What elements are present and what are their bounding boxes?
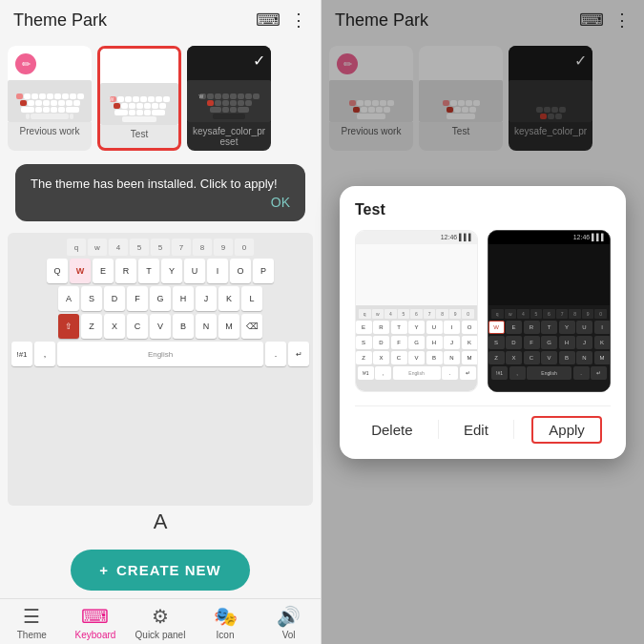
phone-status-dark: 12:46 ▌▌▌	[488, 231, 610, 244]
key-t[interactable]: T	[138, 259, 159, 283]
keyboard-icon[interactable]: ⌨	[256, 10, 280, 31]
right-panel: Theme Park ⌨ ⋮ ✏ Previous work	[322, 0, 644, 644]
phone-kb-dark: q w 4 5 6 7 8 9 0 W W	[488, 305, 610, 391]
left-header-icons: ⌨ ⋮	[256, 10, 307, 31]
nav-item-vol[interactable]: 🔊 Vol	[265, 605, 313, 640]
toast-notification: The theme has been installed. Click to a…	[15, 164, 305, 221]
key-sym[interactable]: !#1	[11, 342, 32, 366]
theme-card-previous-work[interactable]: ✏	[8, 46, 92, 151]
bottom-navigation: ☰ Theme ⌨ Keyboard ⚙ Quick panel 🎭 Icon …	[0, 598, 321, 644]
quick-panel-nav-label: Quick panel	[135, 630, 186, 640]
vol-nav-icon: 🔊	[277, 605, 301, 628]
more-icon[interactable]: ⋮	[290, 10, 307, 31]
key-enter[interactable]: ↵	[288, 342, 309, 366]
icon-nav-icon: 🎭	[214, 605, 238, 628]
key-j[interactable]: J	[196, 286, 217, 311]
nav-item-quick-panel[interactable]: ⚙ Quick panel	[135, 605, 186, 640]
key-p[interactable]: P	[253, 259, 274, 283]
dialog-box: Test 12:46 ▌▌▌ q w 4 5 6 7	[340, 186, 626, 459]
num-key: q	[67, 239, 86, 256]
key-space[interactable]: English	[57, 342, 263, 366]
bottom-row: !#1 , English . ↵	[11, 342, 309, 366]
key-backspace[interactable]: ⌫	[241, 314, 262, 339]
dialog-phone-dark: 12:46 ▌▌▌ q w 4 5 6 7 8 9 0	[488, 230, 611, 392]
phone-kb-light: q w 4 5 6 7 8 9 0 W E	[356, 305, 477, 391]
create-new-button[interactable]: + CREATE NEW	[71, 550, 250, 591]
dialog-divider-2	[513, 420, 514, 439]
kb-preview	[8, 80, 92, 122]
keyboard-nav-label: Keyboard	[75, 630, 116, 640]
vol-nav-label: Vol	[282, 630, 296, 640]
nav-item-keyboard[interactable]: ⌨ Keyboard	[72, 605, 119, 640]
dialog-preview-row: 12:46 ▌▌▌ q w 4 5 6 7 8 9 0	[355, 230, 611, 392]
key-comma[interactable]: ,	[34, 342, 55, 366]
key-l[interactable]: L	[241, 286, 262, 311]
key-z[interactable]: Z	[81, 314, 102, 339]
key-n[interactable]: N	[196, 314, 217, 339]
apply-button[interactable]: Apply	[531, 416, 602, 444]
key-u[interactable]: U	[184, 259, 205, 283]
key-e[interactable]: E	[93, 259, 114, 283]
theme-carousel: ✏	[0, 40, 321, 156]
kb-preview-test: W	[100, 83, 178, 125]
key-w[interactable]: W	[70, 259, 91, 283]
icon-nav-label: Icon	[217, 630, 235, 640]
key-i[interactable]: I	[207, 259, 228, 283]
phone-status-light: 12:46 ▌▌▌	[356, 231, 477, 244]
key-k[interactable]: K	[218, 286, 239, 311]
key-d[interactable]: D	[104, 286, 125, 311]
number-row: q w 4 5 5 7 8 9 0	[11, 239, 309, 256]
key-m[interactable]: M	[218, 314, 239, 339]
theme-card-label: Previous work	[18, 126, 82, 136]
key-q[interactable]: Q	[47, 259, 68, 283]
key-x[interactable]: X	[104, 314, 125, 339]
left-app-title: Theme Park	[13, 10, 107, 31]
asdf-row: A S D F G H J K L	[11, 286, 309, 311]
phone-screen-dark	[488, 244, 610, 305]
theme-card-test-preview: W	[100, 49, 178, 125]
theme-card-keysafe[interactable]: ✓ W	[187, 46, 271, 151]
keyboard-body: q w 4 5 5 7 8 9 0 Q W E R T Y U I O	[8, 233, 313, 506]
quick-panel-nav-icon: ⚙	[152, 605, 169, 628]
phone-screen-light	[356, 244, 477, 305]
key-y[interactable]: Y	[161, 259, 182, 283]
dialog-divider-1	[438, 420, 439, 439]
edit-button[interactable]: Edit	[456, 418, 496, 442]
key-c[interactable]: C	[127, 314, 148, 339]
key-o[interactable]: O	[230, 259, 251, 283]
key-shift[interactable]: ⇧	[58, 314, 79, 339]
delete-button[interactable]: Delete	[364, 418, 420, 442]
plus-icon: +	[99, 562, 109, 578]
checkmark-icon: ✓	[253, 52, 265, 70]
theme-card-test[interactable]: W	[97, 46, 181, 151]
toast-ok-button[interactable]: OK	[271, 194, 290, 213]
theme-card-preview: ✏	[8, 46, 92, 122]
key-s[interactable]: S	[81, 286, 102, 311]
key-b[interactable]: B	[173, 314, 194, 339]
left-header: Theme Park ⌨ ⋮	[0, 0, 321, 40]
key-f[interactable]: F	[127, 286, 148, 311]
dialog-actions: Delete Edit Apply	[355, 405, 611, 444]
create-btn-container: + CREATE NEW	[0, 542, 321, 598]
char-display: A	[8, 509, 313, 534]
create-new-label: CREATE NEW	[116, 562, 221, 578]
nav-item-theme[interactable]: ☰ Theme	[8, 605, 55, 640]
key-r[interactable]: R	[115, 259, 136, 283]
pencil-icon: ✏	[15, 53, 36, 74]
theme-card-keysafe-label: keysafe_color_pr eset	[187, 126, 271, 147]
kb-preview-dark: W	[187, 80, 271, 122]
left-panel: Theme Park ⌨ ⋮ ✏	[0, 0, 322, 644]
key-h[interactable]: H	[173, 286, 194, 311]
key-a[interactable]: A	[58, 286, 79, 311]
dialog-phone-light: 12:46 ▌▌▌ q w 4 5 6 7 8 9 0	[355, 230, 478, 392]
keyboard-nav-icon: ⌨	[81, 605, 109, 628]
qwerty-row: Q W E R T Y U I O P	[11, 259, 309, 283]
keyboard-large-preview: q w 4 5 5 7 8 9 0 Q W E R T Y U I O	[0, 229, 321, 542]
key-g[interactable]: G	[150, 286, 171, 311]
key-period[interactable]: .	[265, 342, 286, 366]
nav-item-icon[interactable]: 🎭 Icon	[201, 605, 249, 640]
theme-nav-icon: ☰	[23, 605, 40, 628]
key-v[interactable]: V	[150, 314, 171, 339]
toast-message: The theme has been installed. Click to a…	[31, 177, 278, 191]
zxcv-row: ⇧ Z X C V B N M ⌫	[11, 314, 309, 339]
